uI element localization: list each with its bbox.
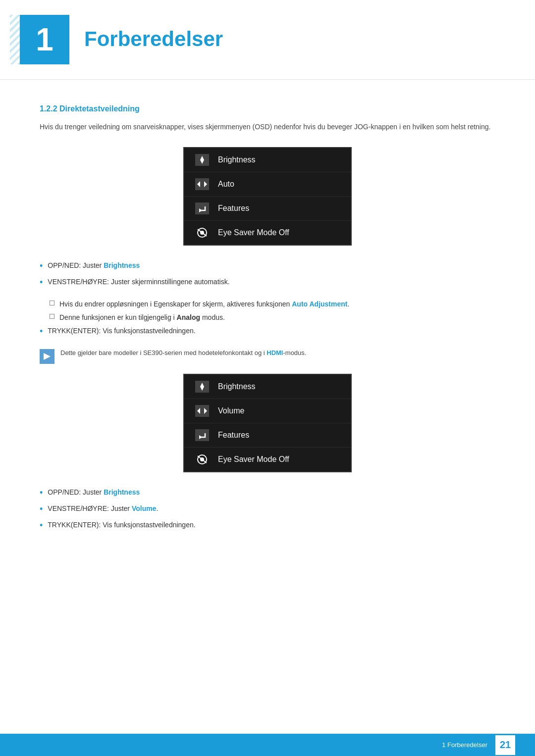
osd-box-2: Brightness Volume [183, 374, 352, 472]
footer-label: 1 Forberedelser [442, 741, 487, 749]
auto-adjustment-link: Auto Adjustment [292, 300, 347, 308]
bullet-list-2: OPP/NED: Juster Brightness VENSTRE/HØYRE… [40, 487, 495, 532]
bullet-item-1: OPP/NED: Juster Brightness [40, 260, 495, 273]
osd-row-brightness-2: Brightness [184, 375, 351, 399]
chapter-number: 1 [20, 15, 69, 64]
osd-brightness-label-1: Brightness [218, 155, 256, 164]
osd-features-label-2: Features [218, 431, 249, 440]
eyesaver-icon-1 [193, 226, 211, 240]
bullet-item-2: VENSTRE/HØYRE: Juster skjerminnstillinge… [40, 277, 495, 289]
chapter-title: Forberedelser [84, 15, 223, 51]
bullet-item-5: VENSTRE/HØYRE: Juster Volume. [40, 504, 495, 516]
leftright-icon-1 [193, 177, 211, 191]
page-footer: 1 Forberedelser 21 [0, 734, 535, 756]
sub-list-1: Hvis du endrer oppløsningen i Egenskaper… [50, 299, 495, 323]
sub-item-2: Denne funksjonen er kun tilgjengelig i A… [50, 312, 495, 323]
svg-rect-17 [195, 429, 209, 441]
svg-line-10 [198, 229, 207, 236]
bullet-item-6: TRYKK(ENTER): Vis funksjonstastveilednin… [40, 520, 495, 532]
brightness-link-1: Brightness [104, 261, 140, 269]
analog-link: Analog [177, 313, 200, 321]
page-header: 1 Forberedelser [0, 0, 535, 80]
osd-volume-label: Volume [218, 406, 244, 415]
osd-features-label-1: Features [218, 204, 249, 213]
osd-brightness-label-2: Brightness [218, 382, 256, 391]
brightness-icon-2 [193, 380, 211, 394]
osd-row-brightness-1: Brightness [184, 148, 351, 172]
note-text: Dette gjelder bare modeller i SE390-seri… [60, 348, 306, 358]
osd-auto-label: Auto [218, 180, 234, 189]
note-icon [40, 349, 54, 364]
main-content: 1.2.2 Direktetastveiledning Hvis du tren… [0, 85, 535, 582]
osd-menu-1: Brightness Auto [40, 147, 495, 246]
enter-icon-2 [193, 428, 211, 442]
svg-rect-6 [195, 202, 209, 214]
osd-row-features-2: Features [184, 423, 351, 448]
svg-line-21 [198, 456, 207, 463]
osd-row-auto: Auto [184, 172, 351, 197]
sub-bullet-icon-2 [50, 314, 54, 319]
bullet-list-1b: TRYKK(ENTER): Vis funksjonstastveilednin… [40, 326, 495, 338]
hdmi-link: HDMI [267, 349, 283, 356]
osd-row-volume: Volume [184, 399, 351, 423]
brightness-icon [193, 153, 211, 167]
page-number: 21 [495, 735, 515, 755]
bullet-item-3: TRYKK(ENTER): Vis funksjonstastveilednin… [40, 326, 495, 338]
section-heading: 1.2.2 Direktetastveiledning [40, 104, 495, 113]
note-box: Dette gjelder bare modeller i SE390-seri… [40, 348, 495, 364]
osd-row-features-1: Features [184, 197, 351, 221]
osd-row-eyesaver-1: Eye Saver Mode Off [184, 221, 351, 245]
volume-link: Volume [132, 504, 157, 512]
osd-row-eyesaver-2: Eye Saver Mode Off [184, 448, 351, 471]
brightness-link-2: Brightness [104, 488, 140, 496]
enter-icon-1 [193, 202, 211, 215]
leftright-icon-2 [193, 404, 211, 418]
osd-menu-2: Brightness Volume [40, 374, 495, 472]
bullet-list-1: OPP/NED: Juster Brightness VENSTRE/HØYRE… [40, 260, 495, 289]
osd-eyesaver-label-1: Eye Saver Mode Off [218, 228, 289, 237]
osd-box-1: Brightness Auto [183, 147, 352, 246]
sub-bullet-icon-1 [50, 301, 54, 305]
eyesaver-icon-2 [193, 453, 211, 466]
osd-eyesaver-label-2: Eye Saver Mode Off [218, 455, 289, 464]
intro-text: Hvis du trenger veiledning om snarveiskn… [40, 121, 495, 132]
sub-item-1: Hvis du endrer oppløsningen i Egenskaper… [50, 299, 495, 309]
bullet-item-4: OPP/NED: Juster Brightness [40, 487, 495, 500]
